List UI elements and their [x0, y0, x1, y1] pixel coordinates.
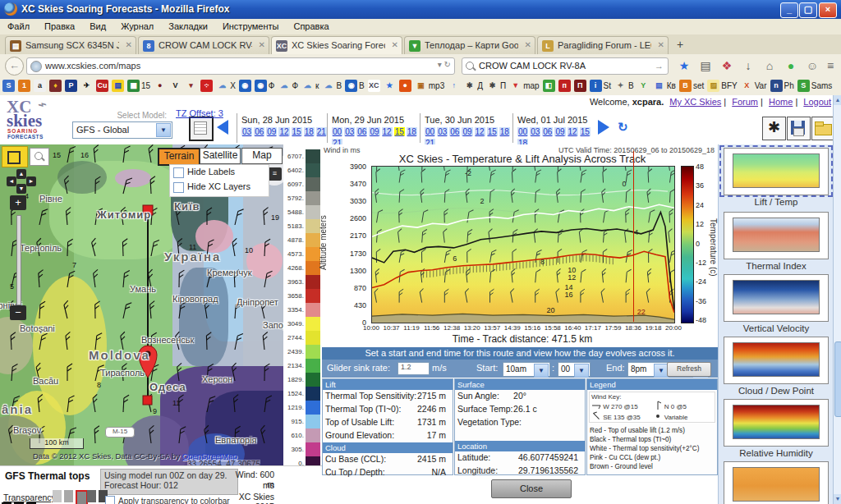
map-zoom-out-button[interactable]: −	[10, 305, 26, 320]
page-scrollbar[interactable]: ▲ ▼	[833, 95, 841, 504]
bookmark-item-7[interactable]: ▤	[112, 80, 124, 93]
menu-Инструменты[interactable]: Инструменты	[215, 19, 287, 31]
xcskies-logo[interactable]: XC skies SOARING FORECASTS ⌁	[5, 97, 71, 143]
bookmark-item-30[interactable]: П	[574, 80, 586, 93]
tab-forum[interactable]: LParagliding Forum - LEONARDO✕	[537, 36, 669, 55]
bookmark-item-31[interactable]: iSt	[590, 80, 611, 93]
transparency-swatch-0[interactable]	[53, 490, 62, 502]
hour-link-18[interactable]: 18	[407, 127, 417, 136]
header-link-forum[interactable]: Forum	[732, 97, 758, 107]
apply-transparency-row[interactable]: Apply transparency to colorbar	[105, 496, 230, 504]
header-link-home[interactable]: Home	[769, 97, 793, 107]
header-link-logout[interactable]: Logout	[803, 97, 831, 107]
bookmark-item-8[interactable]: ▦15	[127, 80, 150, 93]
tab-close-icon[interactable]: ✕	[126, 40, 132, 49]
bookmark-item-39[interactable]: SSams	[797, 80, 833, 93]
refresh-icon[interactable]: ↻	[618, 120, 628, 135]
close-button[interactable]: ×	[819, 2, 837, 18]
hour-link-06[interactable]: 06	[356, 127, 367, 136]
hour-link-06[interactable]: 06	[449, 127, 460, 136]
hour-link-00[interactable]: 00	[425, 127, 435, 136]
sidebar-thumb-vertical-velocity[interactable]: Vertical Velocity	[721, 274, 831, 333]
tab-close-icon[interactable]: ✕	[259, 40, 265, 49]
bookmark-item-3[interactable]: ♦	[49, 80, 62, 93]
bookmark-item-6[interactable]: Cu	[96, 80, 108, 93]
back-button[interactable]: ←	[5, 57, 24, 76]
bookmark-item-4[interactable]: P	[65, 80, 77, 93]
hour-link-00[interactable]: 00	[332, 127, 342, 136]
bookmark-item-21[interactable]: ★	[384, 80, 396, 93]
hour-link-15[interactable]: 15	[580, 127, 591, 136]
bookmark-item-38[interactable]: nPh	[770, 80, 794, 93]
tz-offset-link[interactable]: TZ Offset: 3	[176, 108, 223, 118]
next-day-arrow[interactable]	[598, 120, 609, 135]
tab-google[interactable]: 8CROW CAM LOCK RV-8A - По...✕	[138, 36, 269, 55]
transparency-swatch-2[interactable]	[76, 490, 88, 504]
menu-Файл[interactable]: Файл	[0, 19, 37, 31]
bookmark-item-36[interactable]: ▨BFY	[707, 80, 737, 93]
hour-link-06[interactable]: 06	[542, 127, 553, 136]
settings-gear-button[interactable]: ✱	[762, 117, 786, 140]
minimize-button[interactable]: _	[780, 2, 798, 18]
tab-close-icon[interactable]: ✕	[658, 40, 664, 49]
forecast-map[interactable]: 1516134612111057891911 РівнеЖитомирКиївТ…	[0, 144, 283, 465]
tab-printer[interactable]: ▤Samsung SCX 6345N JC91 00...✕	[5, 36, 136, 55]
sidebar-thumb-lift-temp[interactable]: Lift / Temp	[721, 148, 831, 207]
map-button-terrain[interactable]: Terrain	[158, 148, 200, 166]
hour-link-12[interactable]: 12	[382, 127, 393, 136]
map-button-satellite[interactable]: Satellite	[200, 148, 241, 164]
hour-link-15[interactable]: 15	[487, 127, 498, 136]
apply-transparency-checkbox[interactable]	[105, 496, 115, 504]
thumbnail-image[interactable]	[724, 212, 829, 259]
thumbnail-image[interactable]	[724, 274, 829, 322]
sidebar-thumb-cloud-dew-point[interactable]: Cloud / Dew Point	[721, 337, 831, 396]
bookmark-item-18[interactable]: ☁В	[322, 80, 342, 93]
hour-link-03[interactable]: 03	[344, 127, 355, 136]
end-hour-select[interactable]: 8pm▼	[627, 362, 670, 377]
scroll-down-icon[interactable]: ▼	[834, 494, 841, 504]
bookmark-item-35[interactable]: Bset	[679, 80, 704, 93]
hour-link-03[interactable]: 03	[437, 127, 448, 136]
sidebar-thumb-relative-humidity[interactable]: Relative Humidity	[721, 399, 831, 458]
chart-plot-area[interactable]	[371, 166, 675, 323]
transparency-swatch-1[interactable]	[64, 490, 73, 502]
hour-link-18[interactable]: 18	[304, 127, 315, 136]
scroll-up-icon[interactable]: ▲	[834, 95, 841, 105]
tab-maps[interactable]: ▼Теплодар – Карти Google✕	[404, 36, 535, 55]
checkbox-row[interactable]: Hide XC Layers	[170, 180, 269, 195]
map-zoom-slider[interactable]	[16, 215, 21, 305]
bookmark-item-32[interactable]: ✦В	[614, 80, 634, 93]
chevron-down-icon[interactable]: ▼	[156, 123, 171, 137]
menu-Правка[interactable]: Правка	[37, 19, 82, 31]
bookmark-item-25[interactable]: ✱Д	[463, 80, 483, 93]
bookmark-item-24[interactable]: ↑	[448, 80, 460, 93]
thumbnail-image[interactable]	[724, 461, 829, 504]
hour-link-03[interactable]: 03	[530, 127, 540, 136]
hour-link-18[interactable]: 18	[499, 127, 510, 136]
bookmark-item-26[interactable]: ✱П	[486, 80, 506, 93]
bookmark-item-15[interactable]: ◉Ф	[255, 80, 275, 93]
model-select[interactable]: GFS - Global ▼	[72, 121, 172, 139]
bookmark-item-27[interactable]: ▼map	[509, 80, 539, 93]
sink-rate-input[interactable]: 1.2	[398, 362, 430, 375]
menu-Вид[interactable]: Вид	[82, 19, 113, 31]
checkbox-hide-labels[interactable]	[173, 167, 184, 178]
calendar-button[interactable]	[189, 117, 214, 141]
bookmark-item-2[interactable]: a	[34, 80, 46, 93]
start-min-select[interactable]: 00▼	[558, 362, 591, 377]
bookmark-item-34[interactable]: ▤Кв	[653, 80, 676, 93]
tab-xcskies[interactable]: XCXC Skies Soaring Forecasts✕	[271, 36, 402, 56]
save-button[interactable]	[787, 117, 811, 140]
hour-link-03[interactable]: 03	[241, 127, 252, 136]
transparency-label[interactable]: Transparency:	[3, 493, 58, 502]
search-text[interactable]: CROW CAM LOCK RV-8A	[479, 61, 586, 71]
bookmark-item-12[interactable]: ⁘	[200, 80, 213, 93]
bookmark-item-16[interactable]: ☁Ф	[278, 80, 298, 93]
hour-link-12[interactable]: 12	[568, 127, 578, 136]
tab-close-icon[interactable]: ✕	[392, 40, 398, 49]
sidebar-thumb-extra[interactable]	[721, 461, 831, 504]
bookmark-item-20[interactable]: XC	[368, 80, 380, 93]
menu-Закладки[interactable]: Закладки	[161, 19, 215, 31]
hour-link-15[interactable]: 15	[292, 127, 302, 136]
close-analysis-button[interactable]: Close	[491, 479, 572, 498]
